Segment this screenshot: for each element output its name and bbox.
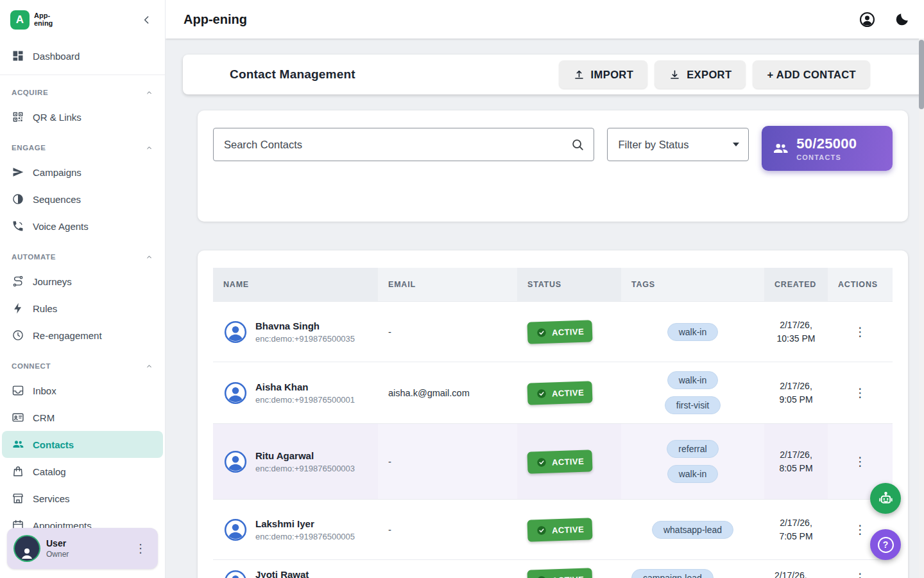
contact-card-icon (12, 411, 24, 424)
contact-name-cell: Bhavna Singhenc:demo:+919876500035 (213, 302, 378, 362)
contact-name: Lakshmi Iyer (255, 518, 355, 529)
contact-email: - (378, 424, 517, 499)
section-title: ENGAGE (12, 144, 46, 152)
contacts-count: 50/25000 (796, 136, 857, 152)
sidebar-item-qr-links[interactable]: QR & Links (0, 103, 165, 130)
app-logo[interactable]: A App-ening (10, 10, 61, 30)
import-button[interactable]: IMPORT (559, 60, 648, 89)
chevron-left-icon (141, 13, 153, 26)
sidebar-item-sequences[interactable]: Sequences (0, 186, 165, 213)
sidebar-item-inbox[interactable]: Inbox (0, 377, 165, 404)
sidebar-item-catalog[interactable]: Catalog (0, 458, 165, 485)
contact-name-cell: Jyoti Rawat (213, 560, 378, 578)
chevron-up-icon (145, 362, 153, 371)
contact-phone: enc:demo:+919876500001 (255, 395, 355, 405)
sidebar-item-re-engagement[interactable]: Re-engagement (0, 322, 165, 349)
scrollbar-thumb[interactable] (919, 40, 924, 109)
contact-phone: enc:demo:+919876500003 (255, 464, 355, 473)
table-row[interactable]: Ritu Agarwalenc:demo:+919876500003 - ACT… (213, 423, 893, 499)
table-row[interactable]: Bhavna Singhenc:demo:+919876500035 - ACT… (213, 301, 893, 362)
sidebar-item-voice-agents[interactable]: Voice Agents (0, 213, 165, 240)
tag-chip: first-visit (665, 396, 721, 414)
scrollbar-track[interactable] (919, 39, 924, 578)
bag-icon (12, 465, 24, 478)
status-badge: ACTIVE (527, 320, 592, 344)
sidebar-item-label: Rules (33, 303, 57, 314)
sidebar-collapse-button[interactable] (139, 12, 155, 28)
table-row[interactable]: Aisha Khanenc:demo:+919876500001 aisha.k… (213, 362, 893, 423)
status-badge: ACTIVE (527, 568, 592, 578)
sidebar-item-label: Sequences (33, 194, 81, 205)
contacts-count-label: CONTACTS (796, 153, 857, 161)
status-filter-select[interactable]: Filter by Status (607, 128, 749, 161)
avatar-icon (223, 518, 248, 542)
section-acquire[interactable]: ACQUIRE (0, 82, 165, 103)
section-engage[interactable]: ENGAGE (0, 137, 165, 159)
account-button[interactable] (857, 10, 877, 30)
contact-actions-cell: ⋮ (828, 362, 893, 423)
contact-actions-cell: ⋮ (828, 302, 893, 362)
sidebar-item-label: Voice Agents (33, 221, 89, 232)
user-name: User (46, 538, 69, 548)
search-box[interactable] (213, 128, 594, 161)
table-row[interactable]: Jyoti Rawat ACTIVE campaign-lead 2/17/26… (213, 559, 893, 578)
sidebar-item-dashboard[interactable]: Dashboard (0, 42, 165, 69)
contacts-counter-badge: 50/25000 CONTACTS (762, 126, 893, 171)
tag-chip: walk-in (667, 465, 719, 483)
user-card[interactable]: User Owner ⋮ (7, 528, 158, 569)
sidebar-item-campaigns[interactable]: Campaigns (0, 159, 165, 186)
contact-created-cell: 2/17/26, 9:05 PM (764, 362, 828, 423)
contact-email (378, 560, 517, 578)
row-actions-button[interactable]: ⋮ (849, 453, 871, 470)
status-badge: ACTIVE (527, 518, 592, 542)
row-actions-button[interactable]: ⋮ (849, 569, 871, 578)
section-title: CONNECT (12, 362, 51, 370)
help-fab[interactable]: ? (870, 529, 901, 560)
search-input[interactable] (224, 139, 570, 151)
check-circle-icon (536, 387, 548, 399)
sidebar-item-services[interactable]: Services (0, 485, 165, 512)
sidebar-item-label: CRM (33, 412, 55, 423)
sidebar-item-contacts[interactable]: Contacts (2, 431, 163, 458)
assistant-fab[interactable] (870, 483, 901, 514)
download-icon (669, 69, 681, 81)
table-row[interactable]: Lakshmi Iyerenc:demo:+919876500005 - ACT… (213, 499, 893, 559)
sidebar-item-crm[interactable]: CRM (0, 404, 165, 431)
chevron-up-icon (145, 89, 153, 97)
contact-name-cell: Aisha Khanenc:demo:+919876500001 (213, 362, 378, 423)
topbar: App-ening (166, 0, 924, 39)
export-button[interactable]: EXPORT (654, 60, 746, 89)
row-actions-button[interactable]: ⋮ (849, 323, 871, 340)
column-header-email: EMAIL (378, 268, 517, 301)
sidebar-item-label: Re-engagement (33, 330, 102, 341)
group-icon (772, 140, 789, 157)
status-badge: ACTIVE (527, 381, 592, 405)
contact-name: Ritu Agarwal (255, 450, 355, 461)
check-circle-icon (536, 575, 548, 578)
contact-email: aisha.k@gmail.com (378, 362, 517, 423)
contact-name: Jyoti Rawat (255, 569, 309, 578)
sidebar-item-journeys[interactable]: Journeys (0, 268, 165, 295)
add-contact-button[interactable]: + ADD CONTACT (753, 60, 870, 89)
contact-created-cell: 2/17/26, 10:35 PM (764, 302, 828, 362)
phone-icon (12, 220, 24, 232)
help-icon: ? (878, 537, 894, 553)
section-automate[interactable]: AUTOMATE (0, 246, 165, 268)
tag-chip: whatsapp-lead (652, 521, 733, 539)
sidebar-item-rules[interactable]: Rules (0, 295, 165, 322)
contact-actions-cell: ⋮ (828, 560, 893, 578)
status-badge: ACTIVE (527, 450, 592, 474)
contact-email: - (378, 500, 517, 559)
contact-created-cell: 2/17/26, 8:05 PM (764, 424, 828, 499)
dark-mode-toggle[interactable] (893, 10, 911, 29)
sidebar-item-label: Contacts (33, 439, 74, 450)
row-actions-button[interactable]: ⋮ (849, 384, 871, 401)
section-title: ACQUIRE (12, 89, 48, 96)
section-connect[interactable]: CONNECT (0, 355, 165, 377)
sidebar-header: A App-ening (0, 0, 165, 40)
row-actions-button[interactable]: ⋮ (849, 521, 871, 538)
sidebar: A App-ening Dashboard ACQUIRE QR & Links… (0, 0, 166, 578)
user-menu-button[interactable]: ⋮ (131, 540, 150, 557)
filter-row: Filter by Status 50/25000 CONTACTS (213, 128, 893, 171)
filter-card: Filter by Status 50/25000 CONTACTS (198, 110, 908, 222)
